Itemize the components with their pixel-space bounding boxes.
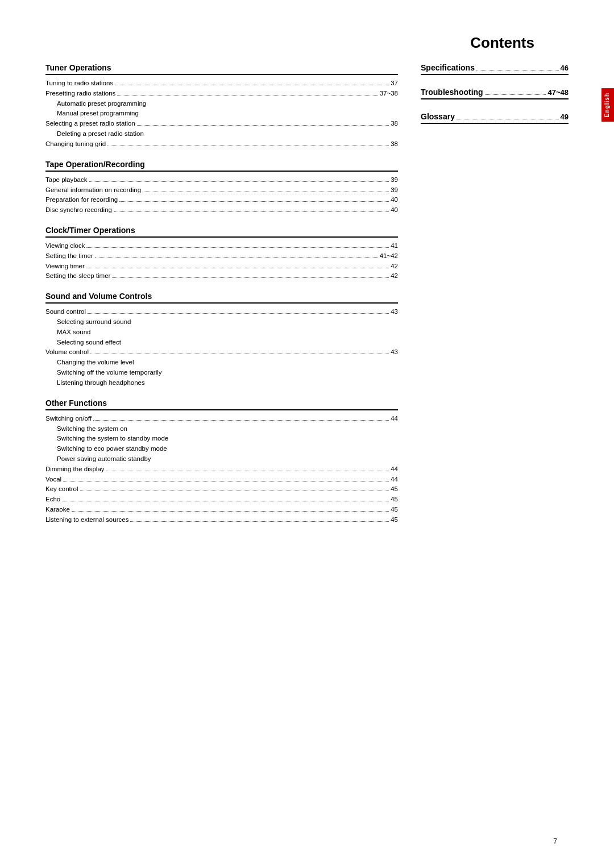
toc-label: Manual preset programming — [57, 109, 139, 119]
toc-page: 45 — [391, 484, 398, 495]
toc-entry: Preparation for recording40 — [45, 195, 398, 205]
toc-entry: Automatic preset programming — [45, 99, 398, 109]
toc-dots — [137, 125, 389, 126]
toc-label: Key control — [45, 484, 78, 495]
page-title: Contents — [45, 34, 569, 52]
toc-entry: Tape playback39 — [45, 175, 398, 185]
toc-label: Selecting surround sound — [57, 317, 131, 327]
toc-entry: Viewing clock41 — [45, 241, 398, 251]
content-layout: Tuner OperationsTuning to radio stations… — [45, 63, 569, 535]
toc-dots — [117, 95, 377, 95]
toc-dots — [114, 211, 389, 212]
toc-page: 39 — [391, 175, 398, 185]
toc-entry: Sound control43 — [45, 307, 398, 317]
toc-page: 43 — [391, 347, 398, 358]
toc-label: Switching off the volume temporarily — [57, 368, 162, 378]
toc-dots — [95, 258, 378, 258]
toc-label: Setting the sleep timer — [45, 271, 110, 281]
section-title-other-functions: Other Functions — [45, 398, 398, 410]
toc-label: Dimming the display — [45, 464, 105, 475]
toc-page: 41~42 — [380, 251, 398, 261]
toc-page: 39 — [391, 185, 398, 196]
toc-entry: Switching on/off44 — [45, 414, 398, 424]
right-section-title-troubleshooting: Troubleshooting — [421, 88, 483, 97]
toc-entry: Changing the volume level — [45, 358, 398, 368]
toc-label: Preparation for recording — [45, 195, 118, 205]
section-title-sound-volume: Sound and Volume Controls — [45, 292, 398, 304]
toc-label: Selecting sound effect — [57, 338, 121, 348]
toc-entry: Karaoke45 — [45, 505, 398, 515]
toc-label: Tuning to radio stations — [45, 78, 113, 89]
toc-label: Automatic preset programming — [57, 99, 146, 109]
english-tab: English — [601, 88, 614, 122]
toc-entry: Dimming the display44 — [45, 464, 398, 475]
section-tuner-operations: Tuner OperationsTuning to radio stations… — [45, 63, 398, 149]
toc-label: Presetting radio stations — [45, 89, 115, 99]
page: English Contents Tuner OperationsTuning … — [0, 0, 614, 868]
toc-page: 45 — [391, 515, 398, 525]
toc-dots — [62, 501, 389, 501]
section-title-tuner-operations: Tuner Operations — [45, 63, 398, 75]
toc-entry: Switching to eco power standby mode — [45, 444, 398, 454]
toc-page: 42 — [391, 261, 398, 272]
toc-entry: Presetting radio stations37~38 — [45, 89, 398, 99]
toc-entry: Setting the sleep timer42 — [45, 271, 398, 281]
toc-label: Viewing timer — [45, 261, 85, 272]
toc-label: Karaoke — [45, 505, 70, 515]
toc-page: 45 — [391, 495, 398, 505]
toc-entry: Viewing timer42 — [45, 261, 398, 272]
section-clock-timer: Clock/Timer OperationsViewing clock41Set… — [45, 226, 398, 281]
toc-page: 42 — [391, 271, 398, 281]
toc-dots — [90, 354, 389, 354]
toc-label: Changing the volume level — [57, 358, 134, 368]
toc-page: 38 — [391, 139, 398, 149]
toc-page: 43 — [391, 307, 398, 317]
toc-dots — [86, 247, 389, 248]
toc-page: 44 — [391, 414, 398, 424]
toc-label: Changing tuning grid — [45, 139, 106, 149]
right-column: Specifications46Troubleshooting47~48Glos… — [421, 63, 569, 535]
right-section-specifications: Specifications46 — [421, 63, 569, 75]
toc-label: Disc synchro recording — [45, 205, 112, 215]
toc-entry: Selecting sound effect — [45, 338, 398, 348]
toc-page: 38 — [391, 119, 398, 129]
toc-label: Switching the system to standby mode — [57, 434, 168, 444]
toc-entry: Selecting surround sound — [45, 317, 398, 327]
section-title-clock-timer: Clock/Timer Operations — [45, 226, 398, 238]
toc-dots — [112, 277, 389, 278]
section-tape-operation: Tape Operation/RecordingTape playback39G… — [45, 160, 398, 215]
section-other-functions: Other FunctionsSwitching on/off44Switchi… — [45, 398, 398, 525]
toc-dots — [72, 511, 389, 512]
toc-dots — [130, 521, 389, 522]
toc-page: 44 — [391, 464, 398, 475]
right-section-troubleshooting: Troubleshooting47~48 — [421, 88, 569, 99]
toc-label: Sound control — [45, 307, 86, 317]
toc-entry: Key control45 — [45, 484, 398, 495]
toc-dots — [86, 268, 389, 268]
toc-entry: Setting the timer41~42 — [45, 251, 398, 261]
toc-label: Selecting a preset radio station — [45, 119, 135, 129]
toc-entry: Switching the system to standby mode — [45, 434, 398, 444]
toc-label: Echo — [45, 495, 60, 505]
toc-label: Volume control — [45, 347, 89, 358]
toc-label: Switching to eco power standby mode — [57, 444, 167, 454]
toc-dots — [115, 85, 389, 85]
toc-entry: Changing tuning grid38 — [45, 139, 398, 149]
toc-entry: Disc synchro recording40 — [45, 205, 398, 215]
right-section-title-glossary: Glossary — [421, 112, 455, 121]
toc-dots — [63, 481, 389, 481]
toc-page: 41 — [391, 241, 398, 251]
toc-dots — [88, 313, 389, 314]
toc-entry: Vocal44 — [45, 475, 398, 485]
left-column: Tuner OperationsTuning to radio stations… — [45, 63, 398, 535]
toc-label: Listening through headphones — [57, 378, 145, 388]
toc-dots — [89, 181, 389, 182]
toc-label: Setting the timer — [45, 251, 93, 261]
toc-entry: Power saving automatic standby — [45, 454, 398, 464]
toc-label: Switching on/off — [45, 414, 92, 424]
right-toc-page: 46 — [561, 64, 569, 72]
toc-entry: Selecting a preset radio station38 — [45, 119, 398, 129]
toc-dots — [106, 471, 389, 471]
toc-dots — [107, 146, 389, 146]
toc-label: Switching the system on — [57, 424, 127, 434]
